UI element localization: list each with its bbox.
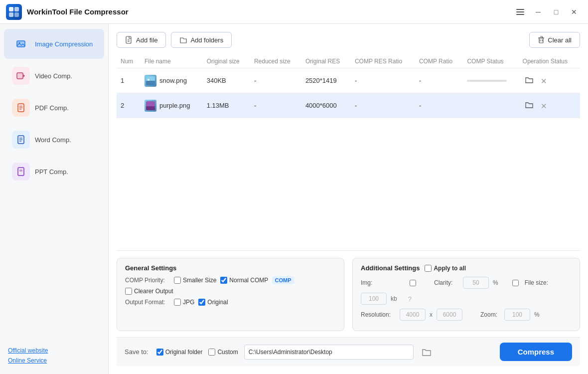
- comp-priority-row: COMP Priority: Smaller Size Normal COMP …: [125, 277, 336, 295]
- custom-option[interactable]: Custom: [208, 349, 238, 356]
- svg-point-34: [147, 79, 149, 81]
- menu-button[interactable]: [512, 4, 528, 20]
- original-folder-checkbox[interactable]: [156, 349, 163, 356]
- smaller-size-checkbox[interactable]: [174, 277, 181, 284]
- original-folder-option[interactable]: Original folder: [156, 349, 203, 356]
- pdf-comp-icon: [12, 99, 30, 117]
- save-row: Save to: Original folder Custom Compress: [117, 337, 580, 366]
- custom-checkbox[interactable]: [208, 349, 215, 356]
- clear-all-button[interactable]: Clear all: [529, 32, 580, 48]
- apply-to-all-option[interactable]: Apply to all: [425, 265, 466, 272]
- svg-rect-3: [14, 12, 19, 17]
- sidebar-item-word[interactable]: Word Comp.: [4, 125, 104, 155]
- file-size-input[interactable]: [361, 293, 387, 305]
- ppt-comp-icon: [12, 163, 30, 181]
- apply-to-all-label[interactable]: Apply to all: [434, 265, 466, 272]
- original-option[interactable]: Original: [198, 299, 228, 306]
- normal-comp-option[interactable]: Normal COMP COMP: [220, 277, 294, 284]
- sidebar-item-pdf[interactable]: PDF Comp.: [4, 93, 104, 123]
- img-clarity-row: Img: Clarity: % File size: kb ?: [361, 277, 572, 305]
- col-comp-ratio: COMP Ratio: [415, 55, 463, 68]
- window-controls: ─ □ ✕: [512, 4, 582, 20]
- table-header-row: Num File name Original size Reduced size…: [117, 55, 580, 68]
- sidebar-label-word: Word Comp.: [35, 136, 71, 144]
- original-folder-label[interactable]: Original folder: [165, 349, 203, 356]
- comp-priority-label: COMP Priority:: [125, 277, 170, 284]
- sidebar-item-video[interactable]: Video Comp.: [4, 61, 104, 91]
- clearer-output-option[interactable]: Clearer Output: [125, 288, 173, 295]
- trash-icon: [538, 36, 545, 44]
- file-size-checkbox[interactable]: [512, 280, 519, 286]
- svg-marker-12: [23, 74, 25, 77]
- apply-to-all-checkbox[interactable]: [425, 265, 432, 272]
- image-compression-icon: [12, 35, 30, 53]
- add-file-button[interactable]: Add file: [117, 32, 166, 48]
- save-to-label: Save to:: [125, 348, 148, 356]
- cell-operation: ✕: [519, 93, 580, 118]
- file-table-container: Num File name Original size Reduced size…: [117, 55, 580, 250]
- original-format-checkbox[interactable]: [198, 299, 205, 306]
- svg-rect-29: [539, 38, 543, 43]
- app-body: Image Compression Video Comp. PDF Comp. …: [0, 24, 588, 374]
- cell-comp-res-ratio: -: [351, 68, 415, 93]
- browse-folder-button[interactable]: [420, 345, 434, 359]
- col-filename: File name: [141, 55, 203, 68]
- word-comp-icon: [12, 131, 30, 149]
- col-original-size: Original size: [203, 55, 250, 68]
- open-folder-action[interactable]: [523, 73, 536, 86]
- col-reduced-size: Reduced size: [250, 55, 301, 68]
- resolution-h-input[interactable]: [437, 309, 462, 321]
- add-folders-button[interactable]: Add folders: [171, 32, 232, 48]
- compress-button[interactable]: Compress: [500, 343, 572, 361]
- col-comp-status: COMP Status: [463, 55, 518, 68]
- svg-rect-5: [516, 11, 524, 12]
- maximize-button[interactable]: □: [548, 4, 564, 20]
- clarity-unit: %: [493, 279, 498, 286]
- minimize-button[interactable]: ─: [530, 4, 546, 20]
- normal-comp-checkbox[interactable]: [220, 277, 227, 284]
- sidebar-item-image[interactable]: Image Compression: [4, 29, 104, 59]
- jpg-checkbox[interactable]: [174, 299, 181, 306]
- official-website-link[interactable]: Official website: [8, 347, 100, 354]
- cell-operation: ✕: [519, 68, 580, 93]
- open-folder-action[interactable]: [523, 98, 536, 111]
- cell-comp-ratio: -: [415, 93, 463, 118]
- smaller-size-label[interactable]: Smaller Size: [183, 277, 216, 284]
- smaller-size-option[interactable]: Smaller Size: [174, 277, 216, 284]
- svg-rect-36: [146, 106, 155, 110]
- jpg-label[interactable]: JPG: [183, 299, 194, 306]
- cell-reduced-size: -: [250, 68, 301, 93]
- cell-comp-status: [463, 93, 518, 118]
- cell-reduced-size: -: [250, 93, 301, 118]
- resolution-w-input[interactable]: [400, 309, 426, 321]
- col-original-res: Original RES: [301, 55, 351, 68]
- img-checkbox[interactable]: [410, 280, 416, 286]
- save-path-input[interactable]: [244, 345, 414, 360]
- cell-original-res: 2520*1419: [301, 68, 351, 93]
- online-service-link[interactable]: Online Service: [8, 357, 100, 364]
- remove-file-action[interactable]: ✕: [537, 100, 550, 113]
- clearer-output-checkbox[interactable]: [125, 288, 132, 295]
- file-size-unit: kb: [391, 295, 397, 302]
- zoom-input[interactable]: [504, 309, 530, 321]
- titlebar: WorkinTool File Compressor ─ □ ✕: [0, 0, 588, 24]
- svg-rect-25: [19, 170, 22, 172]
- file-size-label: File size:: [525, 279, 555, 286]
- clarity-input[interactable]: [463, 277, 489, 289]
- original-label[interactable]: Original: [207, 299, 228, 306]
- sidebar-label-video: Video Comp.: [35, 72, 72, 80]
- cell-comp-status: [463, 68, 518, 93]
- sidebar-item-ppt[interactable]: PPT Comp.: [4, 157, 104, 187]
- close-button[interactable]: ✕: [566, 4, 582, 20]
- cell-num: 1: [117, 68, 141, 93]
- normal-comp-badge: COMP: [272, 276, 294, 284]
- toolbar: Add file Add folders Clear all: [117, 32, 580, 48]
- jpg-option[interactable]: JPG: [174, 299, 194, 306]
- table-row: 1 snow.png 340KB - 2520*1419: [117, 68, 580, 93]
- additional-settings-panel: Additional Settings Apply to all Img: Cl…: [352, 258, 580, 331]
- clearer-output-label[interactable]: Clearer Output: [134, 288, 173, 295]
- custom-label[interactable]: Custom: [217, 349, 238, 356]
- file-table: Num File name Original size Reduced size…: [117, 55, 580, 118]
- remove-file-action[interactable]: ✕: [537, 75, 550, 88]
- output-format-row: Output Format: JPG Original: [125, 299, 336, 306]
